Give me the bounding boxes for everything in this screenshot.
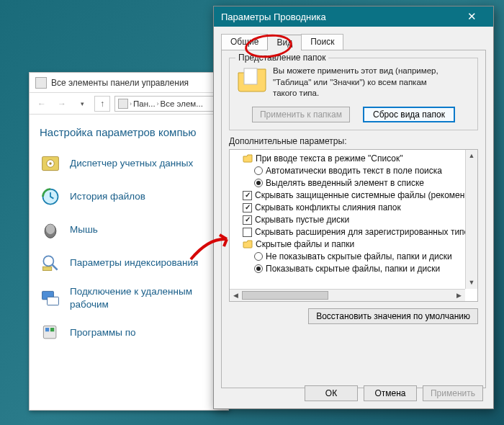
- nav-forward-icon[interactable]: →: [54, 96, 70, 112]
- advanced-label: Дополнительные параметры:: [229, 136, 478, 146]
- clock-icon: [40, 186, 61, 207]
- tab-view[interactable]: Вид: [267, 35, 302, 50]
- control-panel-window: Все элементы панели управления ← → ▾ ↑ ›…: [29, 72, 229, 411]
- nav-dropdown-icon[interactable]: ▾: [74, 96, 90, 112]
- radio-show-hidden[interactable]: [254, 264, 263, 273]
- check-hide-protected[interactable]: [243, 191, 252, 200]
- tab-strip: Общие Вид Поиск: [221, 34, 486, 50]
- folder-views-group: Представление папок Вы можете применить …: [229, 58, 478, 130]
- breadcrumb-icon: [118, 99, 128, 109]
- svg-point-5: [46, 224, 55, 234]
- svg-point-2: [49, 162, 52, 165]
- cp-item-programs[interactable]: Программы по: [30, 316, 228, 349]
- reset-folders-button[interactable]: Сброс вида папок: [363, 107, 455, 122]
- svg-point-6: [43, 256, 53, 266]
- tab-search[interactable]: Поиск: [301, 34, 343, 50]
- apply-to-folders-button[interactable]: Применить к папкам: [252, 107, 350, 122]
- dialog-titlebar[interactable]: Параметры Проводника ✕: [214, 6, 493, 27]
- ok-button[interactable]: ОК: [305, 385, 358, 401]
- svg-rect-7: [43, 267, 52, 270]
- check-hide-extensions[interactable]: [243, 228, 252, 237]
- dialog-title: Параметры Проводника: [221, 12, 326, 22]
- radio-dont-show-hidden[interactable]: [254, 252, 263, 261]
- page-title: Настройка параметров компью: [30, 115, 228, 147]
- dialog-button-bar: ОК Отмена Применить: [305, 385, 483, 401]
- scroll-down-icon[interactable]: ▼: [466, 277, 477, 289]
- programs-icon: [40, 322, 61, 344]
- apply-button[interactable]: Применить: [423, 385, 483, 401]
- check-hide-empty-drives[interactable]: [243, 215, 252, 225]
- tree-horizontal-scrollbar[interactable]: ◀ ▶: [230, 289, 465, 301]
- folder-icon: [243, 154, 253, 163]
- cp-item-remote[interactable]: Подключение к удаленным рабочим: [30, 279, 228, 316]
- svg-rect-9: [48, 297, 59, 305]
- svg-rect-12: [50, 328, 54, 331]
- advanced-settings-tree[interactable]: При вводе текста в режиме "Список" Автом…: [229, 149, 478, 302]
- nav-up-icon[interactable]: ↑: [94, 96, 110, 112]
- folder-icon: [243, 240, 253, 249]
- breadcrumb[interactable]: › Пан... › Все элем...: [114, 96, 224, 112]
- cp-item-label: История файлов: [70, 190, 145, 203]
- cp-item-label: Подключение к удаленным рабочим: [70, 285, 218, 310]
- crumb-1[interactable]: Пан...: [133, 99, 156, 108]
- cp-item-indexing[interactable]: Параметры индексирования: [30, 246, 228, 279]
- group-title: Представление папок: [235, 53, 328, 63]
- mouse-icon: [40, 219, 61, 241]
- remote-icon: [40, 287, 61, 309]
- svg-rect-11: [45, 328, 49, 331]
- scroll-left-icon[interactable]: ◀: [230, 290, 242, 301]
- search-icon: [40, 252, 61, 274]
- scroll-right-icon[interactable]: ▶: [453, 290, 465, 301]
- control-panel-title: Все элементы панели управления: [51, 78, 189, 88]
- folder-icon: [237, 66, 267, 93]
- svg-rect-13: [244, 68, 257, 84]
- cp-item-label: Программы по: [70, 326, 136, 339]
- folder-options-dialog: Параметры Проводника ✕ Общие Вид Поиск П…: [213, 6, 494, 409]
- explorer-toolbar: ← → ▾ ↑ › Пан... › Все элем...: [30, 93, 228, 115]
- cancel-button[interactable]: Отмена: [364, 385, 417, 401]
- cp-item-file-history[interactable]: История файлов: [30, 180, 228, 213]
- scroll-up-icon[interactable]: ▲: [466, 150, 477, 162]
- tree-vertical-scrollbar[interactable]: ▲ ▼: [465, 150, 477, 289]
- control-panel-icon: [35, 77, 47, 89]
- cp-item-label: Диспетчер учетных данных: [70, 157, 193, 170]
- close-icon[interactable]: ✕: [457, 6, 486, 27]
- scroll-thumb[interactable]: [242, 291, 328, 300]
- tab-panel-view: Представление папок Вы можете применить …: [221, 50, 486, 388]
- check-hide-merge-conflicts[interactable]: [243, 203, 252, 212]
- cp-item-mouse[interactable]: Мышь: [30, 213, 228, 246]
- cp-item-label: Параметры индексирования: [70, 256, 198, 269]
- group-text: Вы можете применить этот вид (например, …: [273, 66, 470, 99]
- restore-defaults-button[interactable]: Восстановить значения по умолчанию: [308, 308, 478, 324]
- control-panel-titlebar[interactable]: Все элементы панели управления: [30, 73, 228, 93]
- cp-item-label: Мышь: [70, 223, 98, 236]
- radio-auto-type[interactable]: [254, 166, 263, 175]
- nav-back-icon[interactable]: ←: [34, 96, 50, 112]
- cp-item-credential-manager[interactable]: Диспетчер учетных данных: [30, 147, 228, 180]
- radio-select-typed[interactable]: [254, 179, 263, 187]
- safe-icon: [40, 153, 61, 174]
- crumb-2[interactable]: Все элем...: [161, 99, 203, 108]
- tab-general[interactable]: Общие: [221, 34, 268, 50]
